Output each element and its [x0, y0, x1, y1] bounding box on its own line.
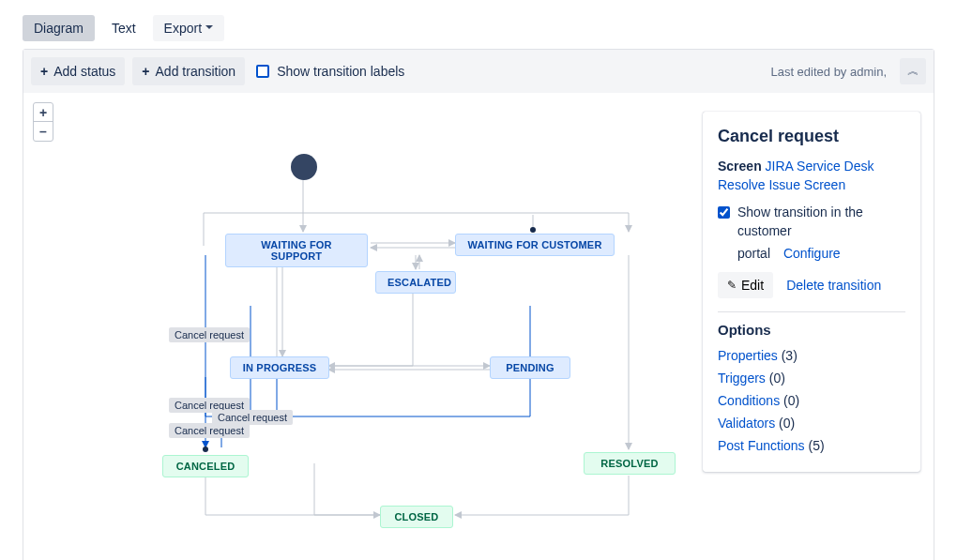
options-list: Properties (3) Triggers (0) Conditions (…	[718, 345, 905, 457]
workflow-canvas[interactable]: + –	[23, 93, 934, 560]
option-triggers[interactable]: Triggers	[718, 371, 766, 386]
configure-link[interactable]: Configure	[783, 246, 841, 261]
edit-button[interactable]: ✎ Edit	[718, 272, 773, 298]
add-transition-button[interactable]: + Add transition	[132, 57, 245, 85]
show-in-portal-label: Show transition in the customer	[737, 204, 905, 240]
show-labels-checkbox[interactable]	[256, 65, 269, 78]
collapse-panel-button[interactable]: ︽	[900, 58, 926, 84]
chevron-down-icon	[205, 21, 213, 36]
transition-details-panel: Cancel request Screen JIRA Service Desk …	[703, 112, 920, 472]
svg-point-11	[203, 446, 208, 452]
node-waiting-customer[interactable]: WAITING FOR CUSTOMER	[455, 234, 615, 256]
tab-text[interactable]: Text	[100, 15, 147, 41]
node-canceled[interactable]: CANCELED	[162, 455, 249, 477]
delete-transition-link[interactable]: Delete transition	[786, 278, 881, 293]
node-escalated[interactable]: ESCALATED	[375, 271, 456, 294]
transition-label[interactable]: Cancel request	[169, 423, 250, 438]
screen-label: Screen	[718, 159, 762, 174]
double-chevron-icon: ︽	[907, 67, 919, 76]
node-closed[interactable]: CLOSED	[380, 506, 453, 528]
tab-export-label: Export	[164, 21, 202, 36]
start-node[interactable]	[291, 154, 317, 180]
tab-diagram[interactable]: Diagram	[23, 15, 95, 41]
options-heading: Options	[718, 322, 905, 338]
add-transition-label: Add transition	[156, 64, 236, 79]
node-pending[interactable]: PENDING	[490, 356, 570, 379]
tab-export[interactable]: Export	[153, 15, 224, 41]
show-labels-label: Show transition labels	[277, 64, 404, 79]
svg-point-4	[530, 227, 536, 233]
option-conditions[interactable]: Conditions	[718, 393, 780, 408]
last-edited-text: Last edited by admin,	[770, 65, 887, 79]
plus-icon: +	[142, 64, 149, 79]
show-in-portal-checkbox[interactable]	[718, 206, 730, 219]
edit-label: Edit	[741, 278, 764, 293]
add-status-label: Add status	[53, 64, 115, 79]
pencil-icon: ✎	[727, 279, 737, 292]
option-properties[interactable]: Properties	[718, 348, 778, 363]
toolbar: + Add status + Add transition Show trans…	[23, 50, 934, 93]
transition-label[interactable]: Cancel request	[169, 327, 250, 342]
node-resolved[interactable]: RESOLVED	[584, 452, 676, 475]
panel-title: Cancel request	[718, 127, 905, 146]
portal-word: portal	[737, 246, 770, 261]
node-waiting-support[interactable]: WAITING FOR SUPPORT	[225, 234, 368, 267]
node-in-progress[interactable]: IN PROGRESS	[230, 356, 329, 379]
option-validators[interactable]: Validators	[718, 416, 775, 431]
add-status-button[interactable]: + Add status	[31, 57, 125, 85]
option-post-functions[interactable]: Post Functions	[718, 438, 805, 453]
plus-icon: +	[40, 64, 48, 79]
